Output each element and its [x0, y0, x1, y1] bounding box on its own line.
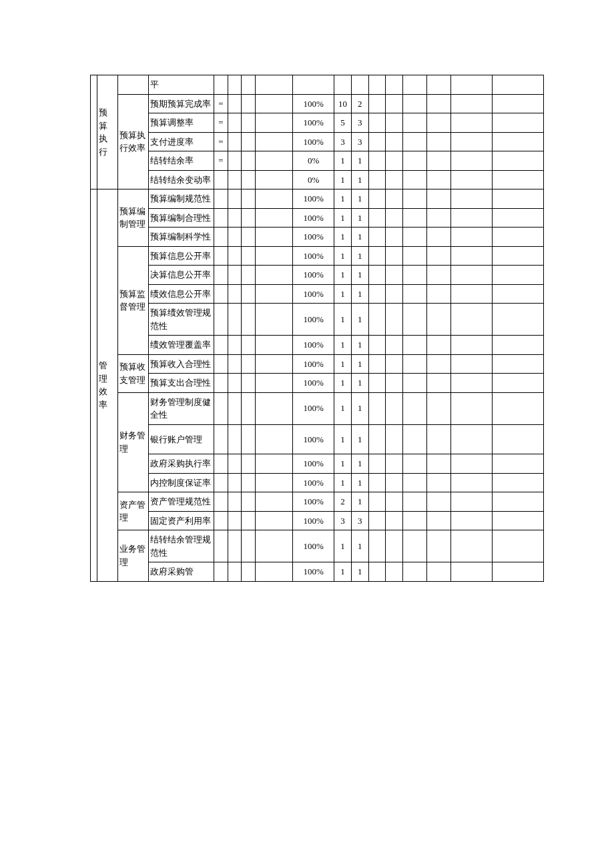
- indicator-name: 资产管理规范性: [149, 492, 214, 512]
- subgroup-business: 业务管理: [118, 530, 149, 582]
- table-row: 预算执行效率 预期预算完成率 = 100% 10 2: [91, 94, 544, 113]
- indicator-name: 支付进度率: [149, 132, 214, 151]
- indicator-name: 银行账户管理: [149, 424, 214, 454]
- indicator-name: 政府采购执行率: [149, 454, 214, 474]
- table-row: 绩效管理覆盖率 100% 1 1: [91, 336, 544, 355]
- indicator-name: 预算收入合理性: [149, 354, 214, 374]
- table-row: 结转结余率 = 0% 1 1: [91, 151, 544, 171]
- subgroup-asset: 资产管理: [118, 492, 149, 530]
- table-row: 预算编制科学性 100% 1 1: [91, 228, 544, 247]
- indicator-name: 预算编制科学性: [149, 228, 214, 247]
- subgroup-budget-edit: 预算编制管理: [118, 189, 149, 247]
- group-budget-exec: 预算执行: [97, 75, 118, 189]
- table-row: 内控制度保证率 100% 1 1: [91, 473, 544, 492]
- indicator-name: 预算信息公开率: [149, 246, 214, 266]
- indicator-name: 绩效信息公开率: [149, 284, 214, 304]
- table-row: 资产管理 资产管理规范性 100% 2 1: [91, 492, 544, 512]
- table-row: 绩效信息公开率 100% 1 1: [91, 284, 544, 304]
- indicator-name: 财务管理制度健全性: [149, 392, 214, 424]
- subgroup-budget-supervise: 预算监督管理: [118, 246, 149, 354]
- indicator-name: 预算编制规范性: [149, 189, 214, 209]
- indicator-table: 预算执行 平 预算执行效率 预期预算完成率 = 100% 10 2 预算调整率 …: [90, 75, 544, 582]
- indicator-name: 预期预算完成率: [149, 94, 214, 113]
- indicator-name: 结转结余变动率: [149, 170, 214, 189]
- table-row: 财务管理 财务管理制度健全性 100% 1 1: [91, 392, 544, 424]
- indicator-name: 政府采购管: [149, 562, 214, 582]
- table-row: 预算绩效管理规范性 100% 1 1: [91, 304, 544, 336]
- indicator-name: 结转结余管理规范性: [149, 530, 214, 562]
- table-row: 预算监督管理 预算信息公开率 100% 1 1: [91, 246, 544, 266]
- indicator-name: 决算信息公开率: [149, 266, 214, 285]
- table-row: 预算收支管理 预算收入合理性 100% 1 1: [91, 354, 544, 374]
- subgroup-budget-io: 预算收支管理: [118, 354, 149, 392]
- table-row: 预算编制合理性 100% 1 1: [91, 208, 544, 228]
- table-row: 结转结余变动率 0% 1 1: [91, 170, 544, 189]
- indicator-name: 预算绩效管理规范性: [149, 304, 214, 336]
- table-row: 银行账户管理 100% 1 1: [91, 424, 544, 454]
- indicator-name: 预算支出合理性: [149, 374, 214, 393]
- table-row: 决算信息公开率 100% 1 1: [91, 266, 544, 285]
- subgroup-finance: 财务管理: [118, 392, 149, 492]
- indicator-name: 预算编制合理性: [149, 208, 214, 228]
- table-row: 政府采购管 100% 1 1: [91, 562, 544, 582]
- subgroup-exec-eff: 预算执行效率: [118, 94, 149, 189]
- indicator-name: 绩效管理覆盖率: [149, 336, 214, 355]
- table-row: 业务管理 结转结余管理规范性 100% 1 1: [91, 530, 544, 562]
- table-row: 固定资产利用率 100% 3 3: [91, 511, 544, 530]
- table-row: 政府采购执行率 100% 1 1: [91, 454, 544, 474]
- indicator-name: 内控制度保证率: [149, 473, 214, 492]
- group-mgmt-eff: 管理效率: [97, 189, 118, 582]
- table-row: 预算支出合理性 100% 1 1: [91, 374, 544, 393]
- indicator-name: 结转结余率: [149, 151, 214, 171]
- indicator-name: 固定资产利用率: [149, 511, 214, 530]
- table-row: 支付进度率 = 100% 3 3: [91, 132, 544, 151]
- table-row: 预算调整率 = 100% 5 3: [91, 113, 544, 133]
- table-row: 预算执行 平: [91, 75, 544, 95]
- table-row: 管理效率 预算编制管理 预算编制规范性 100% 1 1: [91, 189, 544, 209]
- indicator-name: 预算调整率: [149, 113, 214, 133]
- indicator-name: 平: [149, 75, 214, 95]
